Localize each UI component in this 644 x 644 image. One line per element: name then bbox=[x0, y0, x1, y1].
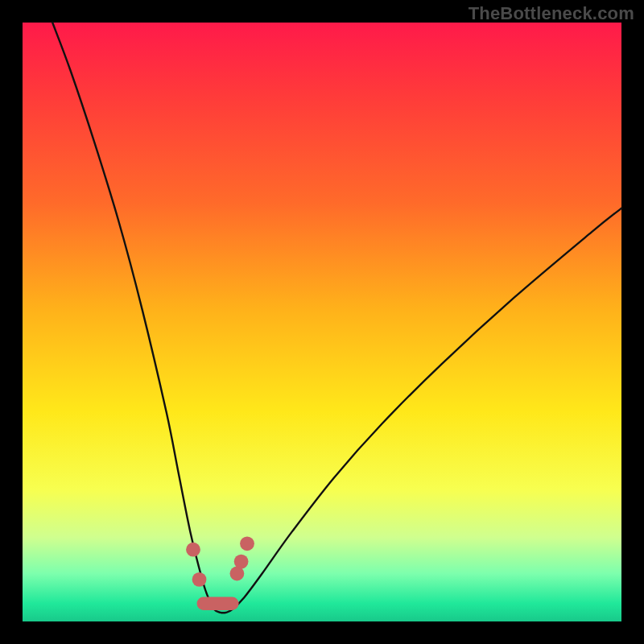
plot-area bbox=[23, 23, 621, 621]
curve-marker bbox=[240, 536, 254, 551]
bottleneck-curve bbox=[52, 23, 621, 613]
curve-marker bbox=[192, 572, 207, 587]
curve-marker bbox=[186, 543, 200, 557]
curve-marker bbox=[234, 555, 249, 569]
chart-svg bbox=[23, 23, 621, 621]
watermark-text: TheBottleneck.com bbox=[469, 3, 634, 24]
marker-group bbox=[186, 536, 254, 586]
chart-frame: TheBottleneck.com bbox=[0, 0, 644, 644]
